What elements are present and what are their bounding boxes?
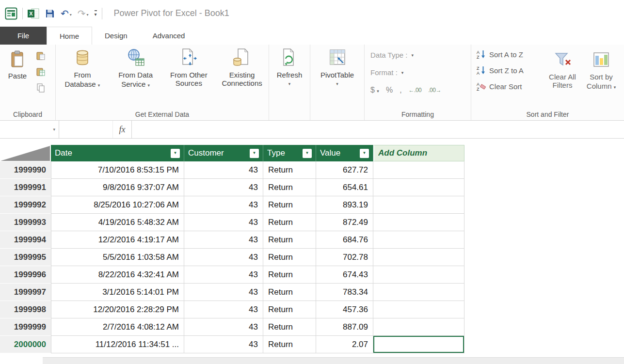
column-header-value[interactable]: Value ▼	[316, 145, 373, 161]
increase-decimal-button[interactable]: ←.00	[409, 87, 422, 94]
from-database-button[interactable]: From Database ▾	[56, 45, 109, 120]
row-number[interactable]: 1999990	[0, 161, 51, 179]
row-number[interactable]: 1999999	[0, 318, 51, 336]
thousands-separator-button[interactable]: ,	[400, 86, 401, 95]
existing-connections-button[interactable]: Existing Connections	[215, 45, 269, 120]
cell-value[interactable]: 627.72	[316, 161, 373, 179]
cell-date[interactable]: 7/10/2016 8:53:15 PM	[51, 161, 184, 179]
format-dropdown[interactable]: Format : ▾	[370, 68, 471, 77]
cell-add-column[interactable]	[373, 336, 464, 353]
cell-customer[interactable]: 43	[184, 301, 263, 318]
column-header-date[interactable]: Date ▼	[51, 145, 184, 161]
filter-dropdown-button[interactable]: ▼	[250, 149, 259, 158]
name-box[interactable]: ▾	[0, 121, 59, 138]
from-other-sources-button[interactable]: From Other Sources	[162, 45, 216, 120]
cell-type[interactable]: Return	[263, 161, 316, 179]
cell-date[interactable]: 3/1/2016 5:14:01 PM	[51, 284, 184, 301]
row-number[interactable]: 1999991	[0, 179, 51, 196]
cell-type[interactable]: Return	[263, 214, 316, 231]
cell-add-column[interactable]	[373, 161, 464, 179]
cell-customer[interactable]: 43	[184, 231, 263, 249]
cell-value[interactable]: 783.34	[316, 284, 373, 301]
tab-advanced[interactable]: Advanced	[140, 27, 198, 45]
cell-value[interactable]: 887.09	[316, 318, 373, 336]
cell-customer[interactable]: 43	[184, 179, 263, 196]
cell-type[interactable]: Return	[263, 266, 316, 284]
excel-switch-button[interactable]: X	[28, 8, 39, 19]
cell-customer[interactable]: 43	[184, 318, 263, 336]
cell-customer[interactable]: 43	[184, 284, 263, 301]
filter-dropdown-button[interactable]: ▼	[360, 149, 369, 158]
row-number[interactable]: 1999992	[0, 196, 51, 214]
paste-append-button[interactable]	[35, 66, 47, 78]
cell-value[interactable]: 872.49	[316, 214, 373, 231]
filter-dropdown-button[interactable]: ▼	[303, 149, 312, 158]
cell-add-column[interactable]	[373, 318, 464, 336]
cell-type[interactable]: Return	[263, 196, 316, 214]
cell-add-column[interactable]	[373, 196, 464, 214]
cell-date[interactable]: 2/7/2016 4:08:12 AM	[51, 318, 184, 336]
sort-by-column-button[interactable]: Sort by Column ▾	[582, 47, 621, 92]
cell-customer[interactable]: 43	[184, 336, 263, 353]
tab-home[interactable]: Home	[47, 27, 92, 45]
column-header-type[interactable]: Type ▼	[263, 145, 316, 161]
cell-date[interactable]: 8/25/2016 10:27:06 AM	[51, 196, 184, 214]
select-all-corner[interactable]	[0, 145, 51, 161]
cell-value[interactable]: 2.07	[316, 336, 373, 353]
cell-type[interactable]: Return	[263, 249, 316, 266]
cell-date[interactable]: 11/12/2016 11:34:51 ...	[51, 336, 184, 353]
cell-add-column[interactable]	[373, 301, 464, 318]
decrease-decimal-button[interactable]: .00→	[428, 87, 441, 94]
column-header-customer[interactable]: Customer ▼	[184, 145, 263, 161]
percent-format-button[interactable]: %	[386, 86, 393, 95]
row-number[interactable]: 1999993	[0, 214, 51, 231]
cell-add-column[interactable]	[373, 179, 464, 196]
column-header-add-column[interactable]: Add Column	[373, 145, 464, 161]
cell-type[interactable]: Return	[263, 284, 316, 301]
cell-value[interactable]: 893.19	[316, 196, 373, 214]
cell-value[interactable]: 654.61	[316, 179, 373, 196]
dropdown-arrow-icon[interactable]: ▾	[87, 13, 89, 18]
cell-customer[interactable]: 43	[184, 196, 263, 214]
cell-date[interactable]: 5/5/2016 1:03:58 AM	[51, 249, 184, 266]
cell-customer[interactable]: 43	[184, 249, 263, 266]
horizontal-scrollbar[interactable]	[43, 357, 624, 364]
cell-type[interactable]: Return	[263, 318, 316, 336]
cell-add-column[interactable]	[373, 231, 464, 249]
sort-a-to-z-button[interactable]: A Z Sort A to Z	[476, 49, 543, 59]
refresh-button[interactable]: Refresh ▾	[269, 45, 310, 88]
cell-add-column[interactable]	[373, 266, 464, 284]
row-number[interactable]: 1999996	[0, 266, 51, 284]
clear-all-filters-button[interactable]: Clear All Filters	[543, 47, 582, 92]
cell-date[interactable]: 12/2/2016 4:19:17 AM	[51, 231, 184, 249]
cell-customer[interactable]: 43	[184, 214, 263, 231]
row-number[interactable]: 1999994	[0, 231, 51, 249]
cell-add-column[interactable]	[373, 249, 464, 266]
cell-type[interactable]: Return	[263, 179, 316, 196]
row-number[interactable]: 1999997	[0, 284, 51, 301]
cell-type[interactable]: Return	[263, 301, 316, 318]
name-box-dropdown-icon[interactable]: ▾	[53, 127, 55, 132]
cell-date[interactable]: 8/22/2016 4:32:41 AM	[51, 266, 184, 284]
row-number[interactable]: 2000000	[0, 336, 51, 353]
paste-button[interactable]: Paste	[4, 48, 31, 94]
customize-quick-access-button[interactable]: ▾	[95, 10, 97, 17]
cell-customer[interactable]: 43	[184, 266, 263, 284]
redo-button[interactable]: ↷ ▾	[78, 9, 89, 18]
cell-value[interactable]: 674.43	[316, 266, 373, 284]
cell-date[interactable]: 12/20/2016 2:28:29 PM	[51, 301, 184, 318]
tab-design[interactable]: Design	[92, 27, 140, 45]
cell-value[interactable]: 702.78	[316, 249, 373, 266]
row-number[interactable]: 1999995	[0, 249, 51, 266]
save-button[interactable]	[45, 9, 55, 18]
cell-type[interactable]: Return	[263, 336, 316, 353]
clear-sort-button[interactable]: A Z Clear Sort	[476, 81, 543, 91]
cell-value[interactable]: 684.76	[316, 231, 373, 249]
tab-file[interactable]: File	[0, 27, 47, 45]
cell-customer[interactable]: 43	[184, 161, 263, 179]
paste-replace-button[interactable]	[35, 50, 47, 62]
cell-add-column[interactable]	[373, 284, 464, 301]
undo-button[interactable]: ↶ ▾	[61, 9, 72, 18]
sort-z-to-a-button[interactable]: Z A Sort Z to A	[476, 65, 543, 75]
cell-date[interactable]: 9/8/2016 9:37:07 AM	[51, 179, 184, 196]
